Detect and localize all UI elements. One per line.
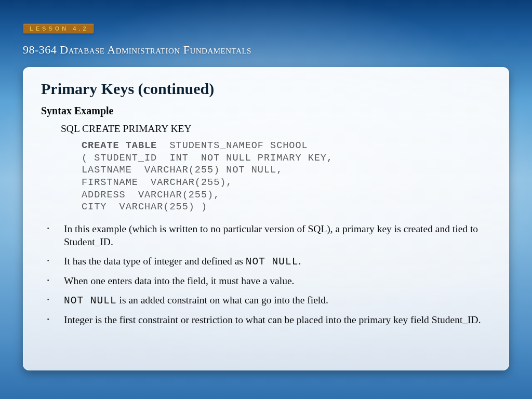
bullet-text-b: . [298,256,301,267]
list-item: In this example (which is written to no … [44,223,491,249]
list-item: NOT NULL is an added constraint on what … [44,294,491,308]
bullet-text: In this example (which is written to no … [64,223,478,247]
list-item: It has the data type of integer and defi… [44,255,491,269]
code-block: CREATE TABLE STUDENTS_NAMEOF SCHOOL ( ST… [82,140,491,214]
lesson-badge: LESSON 4.2 [23,23,94,34]
course-title: 98-364 Database Administration Fundament… [23,43,509,57]
bullet-list: In this example (which is written to no … [44,223,491,327]
code-line-5: ADDRESS VARCHAR(255), [82,190,220,201]
slide-title: Primary Keys (continued) [41,80,491,98]
bullet-text-a: It has the data type of integer and defi… [64,256,246,267]
bullet-text-a: is an added constraint on what can go in… [117,295,328,305]
list-item: Integer is the first constraint or restr… [44,314,491,327]
slide-subtitle: Syntax Example [41,105,491,117]
code-line-4: FIRSTNAME VARCHAR(255), [82,177,232,188]
content-card: Primary Keys (continued) Syntax Example … [23,67,509,370]
sql-header: SQL CREATE PRIMARY KEY [61,123,491,135]
code-keyword: CREATE TABLE [82,140,157,151]
bullet-mono: NOT NULL [64,295,117,307]
code-line-6: CITY VARCHAR(255) ) [82,202,207,212]
code-line-2: ( STUDENT_ID INT NOT NULL PRIMARY KEY, [82,153,333,164]
bullet-text: Integer is the first constraint or restr… [64,314,481,325]
bullet-text: When one enters data into the field, it … [64,275,294,286]
list-item: When one enters data into the field, it … [44,275,491,288]
code-line-3: LASTNAME VARCHAR(255) NOT NULL, [82,165,283,176]
bullet-mono: NOT NULL [246,256,299,268]
slide: LESSON 4.2 98-364 Database Administratio… [0,0,532,399]
code-line-1-rest: STUDENTS_NAMEOF SCHOOL [157,140,308,151]
